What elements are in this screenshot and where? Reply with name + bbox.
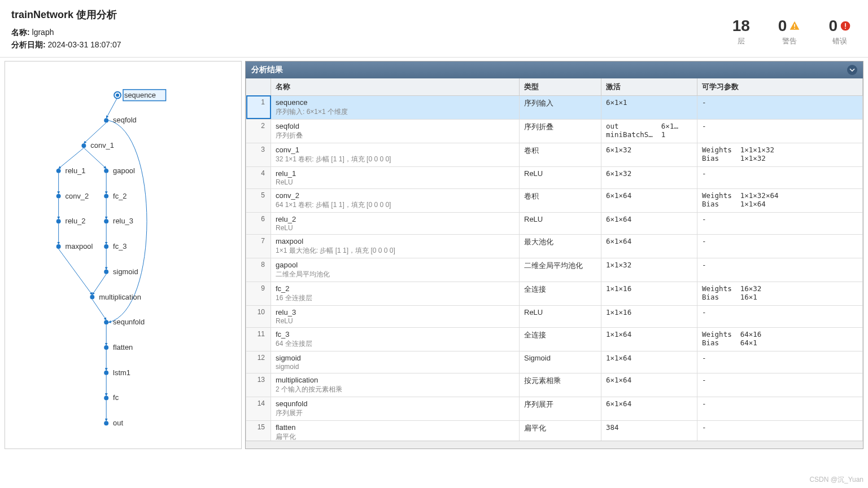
row-type: 序列折叠 [520,119,601,143]
table-row[interactable]: 2seqfold序列折叠序列折叠out 6×1… miniBatchS… 1- [246,119,863,143]
graph-node-lstm1[interactable]: lstm1 [104,368,130,377]
table-row[interactable]: 3conv_132 1×1 卷积: 步幅 [1 1]，填充 [0 0 0 0]卷… [246,143,863,166]
row-params: - [697,234,863,258]
table-row[interactable]: 13multiplication2 个输入的按元素相乘按元素相乘6×1×64- [246,373,863,397]
results-table-wrap[interactable]: 名称 类型 激活 可学习参数 1sequence序列输入: 6×1×1 个维度序… [246,78,863,441]
col-header-idx[interactable] [246,78,271,96]
layer-description: 64 全连接层 [276,339,514,349]
col-header-name[interactable]: 名称 [271,78,520,96]
row-params: Weights 64×16 Bias 64×1 [697,327,863,351]
table-row[interactable]: 7maxpool1×1 最大池化: 步幅 [1 1]，填充 [0 0 0 0]最… [246,234,863,258]
svg-rect-3 [845,23,846,27]
layer-description: 1×1 最大池化: 步幅 [1 1]，填充 [0 0 0 0] [276,246,514,256]
row-index: 14 [246,397,271,420]
row-params: - [697,373,863,397]
table-row[interactable]: 6relu_2ReLUReLU6×1×64- [246,212,863,234]
graph-node-out[interactable]: out [104,419,123,427]
svg-point-35 [104,345,108,350]
row-name-cell: gapool二维全局平均池化 [271,258,520,282]
svg-point-6 [116,93,119,96]
table-row[interactable]: 11fc_364 全连接层全连接1×1×64Weights 64×16 Bias… [246,327,863,351]
row-params: - [697,119,863,143]
stat-warnings-label: 警告 [778,36,801,46]
row-params: - [697,305,863,327]
network-graph[interactable]: sequenceseqfoldconv_1relu_1gapoolconv_2f… [5,61,241,449]
svg-text:fc_2: fc_2 [113,191,127,200]
layer-name: flatten [276,423,514,432]
warning-icon [789,20,800,32]
col-header-learnable[interactable]: 可学习参数 [697,78,863,96]
graph-node-fc_3[interactable]: fc_3 [104,242,127,250]
row-activation: 6×1×1 [601,95,697,119]
graph-node-flatten[interactable]: flatten [104,343,133,351]
stat-errors-value: 0 [828,17,838,35]
col-header-type[interactable]: 类型 [520,78,601,96]
svg-text:conv_1: conv_1 [90,141,114,150]
graph-node-sigmoid[interactable]: sigmoid [104,267,138,276]
collapse-button[interactable] [847,65,857,75]
layer-description: ReLU [276,317,514,325]
layer-name: relu_2 [276,215,514,223]
table-row[interactable]: 15flatten扁平化扁平化384- [246,420,863,441]
table-row[interactable]: 4relu_1ReLUReLU6×1×32- [246,166,863,188]
row-activation: 6×1×64 [601,397,697,420]
table-row[interactable]: 5conv_264 1×1 卷积: 步幅 [1 1]，填充 [0 0 0 0]卷… [246,188,863,212]
row-activation: 6×1×64 [601,212,697,234]
graph-panel[interactable]: sequenceseqfoldconv_1relu_1gapoolconv_2f… [5,61,242,449]
layer-name: maxpool [276,237,514,245]
layer-name: conv_1 [276,146,514,154]
svg-text:maxpool: maxpool [66,242,93,250]
row-type: Sigmoid [520,351,601,373]
table-row[interactable]: 10relu_3ReLUReLU1×1×16- [246,305,863,327]
graph-node-maxpool[interactable]: maxpool [56,242,93,250]
row-type: 全连接 [520,282,601,305]
row-type: 序列输入 [520,95,601,119]
table-row[interactable]: 14sequnfold序列展开序列展开6×1×64- [246,397,863,420]
graph-node-sequence[interactable]: sequence [114,89,165,100]
table-row[interactable]: 9fc_216 全连接层全连接1×1×16Weights 16×32 Bias … [246,282,863,305]
layer-description: 扁平化 [276,432,514,441]
graph-node-fc_2[interactable]: fc_2 [104,191,127,200]
svg-point-9 [104,118,108,122]
layer-description: 序列输入: 6×1×1 个维度 [276,107,514,117]
row-type: 最大池化 [520,234,601,258]
table-row[interactable]: 8gapool二维全局平均池化二维全局平均池化1×1×32- [246,258,863,282]
row-params: - [697,95,863,119]
svg-point-39 [104,395,108,400]
stats-bar: 18 层 0 警告 0 错误 [732,17,851,46]
horizontal-scrollbar[interactable] [246,441,863,449]
svg-text:relu_2: relu_2 [66,217,86,225]
row-params: - [697,397,863,420]
layer-name: multiplication [276,376,514,384]
row-name-cell: seqfold序列折叠 [271,119,520,143]
page-title: trainNetwork 使用分析 [11,8,857,21]
layer-name: sequence [276,98,514,107]
svg-point-33 [104,320,108,324]
svg-text:conv_2: conv_2 [66,191,89,200]
col-header-activation[interactable]: 激活 [601,78,697,96]
graph-node-seqfold[interactable]: seqfold [104,116,137,124]
graph-node-conv_1[interactable]: conv_1 [81,141,114,150]
graph-node-relu_3[interactable]: relu_3 [104,217,133,225]
layer-name: relu_3 [276,308,514,316]
svg-text:sigmoid: sigmoid [113,267,138,276]
row-index: 12 [246,351,271,373]
graph-node-conv_2[interactable]: conv_2 [56,191,89,200]
row-name-cell: conv_264 1×1 卷积: 步幅 [1 1]，填充 [0 0 0 0] [271,188,520,212]
layer-name: relu_1 [276,169,514,178]
row-type: 卷积 [520,188,601,212]
row-type: 序列展开 [520,397,601,420]
layer-description: 2 个输入的按元素相乘 [276,385,514,394]
layer-name: fc_2 [276,284,514,293]
graph-node-relu_1[interactable]: relu_1 [56,166,86,175]
graph-node-relu_2[interactable]: relu_2 [56,217,86,225]
layer-name: sequnfold [276,399,514,408]
graph-node-multiplication[interactable]: multiplication [90,292,141,301]
table-row[interactable]: 12sigmoidsigmoidSigmoid1×1×64- [246,351,863,373]
row-activation: 6×1×64 [601,373,697,397]
row-activation: 1×1×64 [601,351,697,373]
graph-node-gapool[interactable]: gapool [104,166,135,175]
table-row[interactable]: 1sequence序列输入: 6×1×1 个维度序列输入6×1×1- [246,95,863,119]
svg-text:sequence: sequence [124,90,156,99]
date-value: 2024-03-31 18:07:07 [48,40,121,49]
